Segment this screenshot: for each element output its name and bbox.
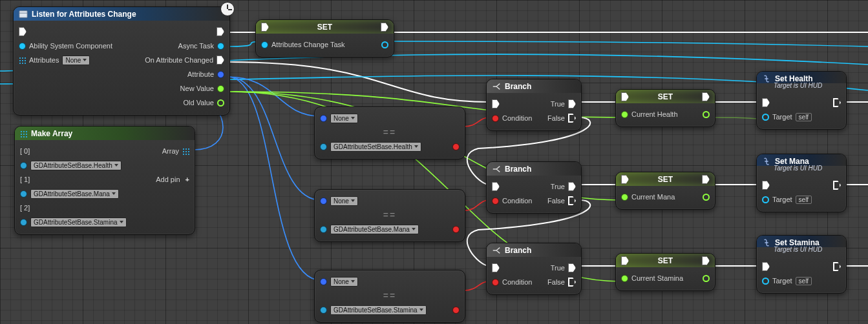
async-task-pin[interactable] xyxy=(217,43,224,50)
node-set-current-mana[interactable]: SET Current Mana xyxy=(615,172,715,210)
condition-pin[interactable] xyxy=(492,197,499,205)
exec-out-pin[interactable] xyxy=(833,262,841,271)
exec-in-pin[interactable] xyxy=(492,99,500,108)
exec-in-pin[interactable] xyxy=(621,175,629,184)
var-in-pin[interactable] xyxy=(621,275,628,282)
exec-in-pin[interactable] xyxy=(762,98,770,107)
attributes-dropdown[interactable]: None xyxy=(62,56,90,65)
array-out-pin[interactable] xyxy=(182,148,189,155)
a-dropdown[interactable]: None xyxy=(330,114,358,123)
old-value-pin[interactable] xyxy=(217,99,224,106)
false-pin[interactable] xyxy=(568,278,576,287)
caret-icon xyxy=(419,309,423,311)
node-branch-mana[interactable]: Branch True Condition False xyxy=(486,161,582,214)
node-equals-mana[interactable]: None == GDAttributeSetBase.Mana xyxy=(314,189,465,242)
var-out-pin[interactable] xyxy=(703,194,710,201)
b-pin[interactable] xyxy=(320,143,327,150)
on-changed-pin[interactable] xyxy=(217,56,224,65)
node-branch-health[interactable]: Branch True Condition False xyxy=(486,79,582,131)
exec-out-pin[interactable] xyxy=(702,175,710,184)
b-pin[interactable] xyxy=(320,226,327,233)
array-out-label: Array xyxy=(162,147,179,155)
condition-pin[interactable] xyxy=(492,279,499,286)
result-pin[interactable] xyxy=(452,226,460,233)
node-title: Listen for Attributes Change xyxy=(14,7,229,21)
item-0-pin[interactable] xyxy=(20,162,27,169)
var-out-pin[interactable] xyxy=(703,275,710,282)
a-pin[interactable] xyxy=(320,115,327,122)
b-dropdown[interactable]: GDAttributeSetBase.Stamina xyxy=(330,305,427,315)
node-make-array[interactable]: Make Array [ 0] Array GDAttributeSetBase… xyxy=(14,126,195,235)
exec-out-pin[interactable] xyxy=(381,23,388,32)
node-equals-health[interactable]: None == GDAttributeSetBase.Health xyxy=(314,106,465,159)
true-pin[interactable] xyxy=(568,263,576,272)
branch-icon xyxy=(492,82,501,91)
target-pin[interactable] xyxy=(762,278,769,285)
exec-out-pin[interactable] xyxy=(702,92,710,101)
var-in-pin[interactable] xyxy=(621,194,628,201)
a-pin[interactable] xyxy=(320,197,327,205)
var-label: Current Mana xyxy=(631,193,675,201)
node-set-current-stamina[interactable]: SET Current Stamina xyxy=(615,253,715,291)
var-in-pin[interactable] xyxy=(621,111,628,118)
node-equals-stamina[interactable]: None == GDAttributeSetBase.Stamina xyxy=(314,270,465,323)
a-pin[interactable] xyxy=(320,278,327,285)
false-pin[interactable] xyxy=(568,114,576,123)
node-title: Branch xyxy=(487,243,581,257)
var-in-pin[interactable] xyxy=(261,41,268,48)
ability-system-pin[interactable] xyxy=(19,43,26,50)
result-pin[interactable] xyxy=(452,307,460,314)
node-set-stamina[interactable]: Set Stamina Target is UI HUD Targetself xyxy=(756,235,847,294)
exec-out-pin[interactable] xyxy=(833,181,841,190)
exec-in-pin[interactable] xyxy=(762,181,770,190)
target-pin[interactable] xyxy=(762,196,769,203)
condition-pin[interactable] xyxy=(492,115,499,122)
attribute-out-pin[interactable] xyxy=(217,71,224,78)
exec-out-pin[interactable] xyxy=(833,98,841,107)
item-1-pin[interactable] xyxy=(20,190,27,197)
new-value-pin[interactable] xyxy=(217,85,224,92)
node-branch-stamina[interactable]: Branch True Condition False xyxy=(486,243,582,295)
result-pin[interactable] xyxy=(452,143,460,150)
b-dropdown[interactable]: GDAttributeSetBase.Mana xyxy=(330,225,419,234)
exec-out-pin[interactable] xyxy=(702,256,710,265)
add-pin-button[interactable]: + xyxy=(184,176,189,183)
exec-in-pin[interactable] xyxy=(19,27,26,36)
b-pin[interactable] xyxy=(320,307,327,314)
false-label: False xyxy=(547,197,565,205)
exec-in-pin[interactable] xyxy=(261,23,269,32)
exec-in-pin[interactable] xyxy=(621,92,629,101)
item-2-dropdown[interactable]: GDAttributeSetBase.Stamina xyxy=(30,218,127,227)
a-dropdown[interactable]: None xyxy=(330,277,358,287)
attributes-label: Attributes xyxy=(29,56,59,64)
exec-out-pin[interactable] xyxy=(217,27,224,36)
caret-icon xyxy=(351,117,355,119)
self-box: self xyxy=(796,113,812,121)
node-set-mana[interactable]: Set Mana Target is UI HUD Targetself xyxy=(756,154,847,212)
a-dropdown[interactable]: None xyxy=(330,196,358,206)
b-dropdown[interactable]: GDAttributeSetBase.Health xyxy=(330,142,421,152)
node-listen-attributes-change[interactable]: Listen for Attributes Change Ability Sys… xyxy=(13,6,230,116)
node-title: Branch xyxy=(487,162,581,176)
node-set-task[interactable]: SET Attributes Change Task xyxy=(255,19,394,57)
equals-icon: == xyxy=(320,127,460,137)
item-1-dropdown[interactable]: GDAttributeSetBase.Mana xyxy=(30,189,119,199)
exec-in-pin[interactable] xyxy=(762,262,770,271)
node-set-health[interactable]: Set Health Target is UI HUD Targetself xyxy=(756,71,847,130)
exec-in-pin[interactable] xyxy=(621,256,629,265)
var-out-pin[interactable] xyxy=(703,111,710,118)
var-out-pin[interactable] xyxy=(381,41,388,48)
node-title: SET xyxy=(616,90,715,103)
false-pin[interactable] xyxy=(568,196,576,205)
true-pin[interactable] xyxy=(568,182,576,191)
attributes-pin[interactable] xyxy=(19,57,26,64)
self-box: self xyxy=(796,277,812,285)
node-set-current-health[interactable]: SET Current Health xyxy=(615,89,715,127)
attribute-out-label: Attribute xyxy=(187,70,214,78)
item-2-pin[interactable] xyxy=(20,219,27,226)
true-pin[interactable] xyxy=(568,99,576,108)
target-pin[interactable] xyxy=(762,114,769,121)
exec-in-pin[interactable] xyxy=(492,182,500,191)
item-0-dropdown[interactable]: GDAttributeSetBase.Health xyxy=(30,161,122,170)
exec-in-pin[interactable] xyxy=(492,263,500,272)
